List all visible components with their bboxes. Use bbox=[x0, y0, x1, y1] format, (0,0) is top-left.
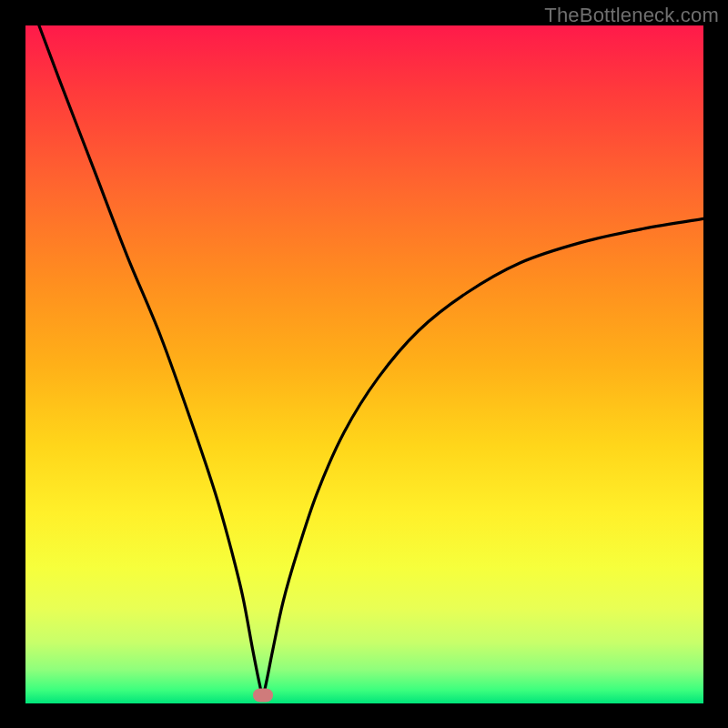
chart-frame: TheBottleneck.com bbox=[0, 0, 728, 728]
watermark-text: TheBottleneck.com bbox=[544, 4, 719, 27]
plot-area bbox=[25, 25, 703, 703]
bottleneck-curve bbox=[25, 25, 703, 703]
optimal-point-marker bbox=[253, 689, 273, 703]
